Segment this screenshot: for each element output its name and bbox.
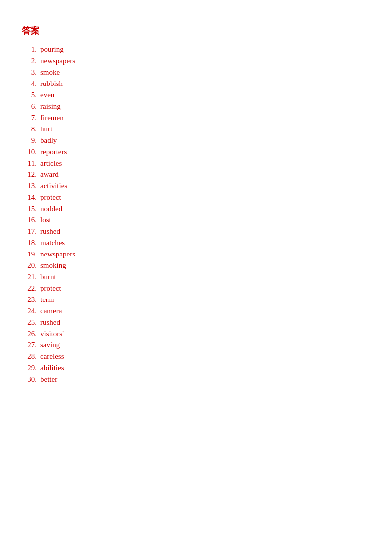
answer-word: newspapers (40, 57, 75, 65)
answer-word: award (40, 171, 59, 179)
list-item: 26.visitors' (22, 330, 370, 338)
answer-word: even (40, 91, 54, 99)
answer-word: burnt (40, 273, 56, 281)
list-item: 3.smoke (22, 68, 370, 77)
answer-word: smoke (40, 68, 60, 77)
answer-number: 8. (22, 125, 40, 133)
answer-word: firemen (40, 114, 64, 122)
answer-number: 1. (22, 45, 40, 54)
list-item: 20.smoking (22, 261, 370, 270)
answer-number: 3. (22, 68, 40, 77)
answer-number: 20. (22, 261, 40, 270)
answer-number: 14. (22, 193, 40, 202)
list-item: 15.nodded (22, 205, 370, 213)
list-item: 22.protect (22, 284, 370, 293)
answer-word: newspapers (40, 250, 75, 258)
answer-word: raising (40, 102, 61, 111)
answer-number: 9. (22, 136, 40, 145)
answer-number: 21. (22, 273, 40, 281)
answer-word: articles (40, 159, 62, 168)
answer-word: protect (40, 284, 61, 293)
list-item: 6.raising (22, 102, 370, 111)
list-item: 18.matches (22, 239, 370, 247)
list-item: 1.pouring (22, 45, 370, 54)
list-item: 7.firemen (22, 114, 370, 122)
answer-number: 18. (22, 239, 40, 247)
answer-number: 29. (22, 364, 40, 372)
answer-word: abilities (40, 364, 64, 372)
answer-word: term (40, 296, 54, 304)
list-item: 17.rushed (22, 227, 370, 236)
answer-word: reporters (40, 148, 67, 156)
answer-word: matches (40, 239, 65, 247)
list-item: 2.newspapers (22, 57, 370, 65)
answer-word: activities (40, 182, 67, 190)
answer-word: badly (40, 136, 57, 145)
answer-word: protect (40, 193, 61, 202)
answer-word: camera (40, 307, 62, 315)
page-title: 答案 (22, 25, 370, 37)
list-item: 5.even (22, 91, 370, 99)
answer-number: 28. (22, 352, 40, 361)
list-item: 28.careless (22, 352, 370, 361)
list-item: 13.activities (22, 182, 370, 190)
answer-number: 16. (22, 216, 40, 224)
answer-number: 19. (22, 250, 40, 258)
list-item: 4.rubbish (22, 80, 370, 88)
answer-number: 12. (22, 171, 40, 179)
list-item: 24.camera (22, 307, 370, 315)
answer-word: better (40, 375, 57, 384)
answer-word: nodded (40, 205, 62, 213)
list-item: 27.saving (22, 341, 370, 349)
answer-word: visitors' (40, 330, 64, 338)
list-item: 23.term (22, 296, 370, 304)
list-item: 16.lost (22, 216, 370, 224)
answer-number: 5. (22, 91, 40, 99)
list-item: 14.protect (22, 193, 370, 202)
answer-word: rubbish (40, 80, 63, 88)
answer-number: 13. (22, 182, 40, 190)
answer-number: 15. (22, 205, 40, 213)
list-item: 19.newspapers (22, 250, 370, 258)
answer-word: saving (40, 341, 60, 349)
answer-number: 25. (22, 318, 40, 327)
list-item: 10.reporters (22, 148, 370, 156)
answer-list: 1.pouring2.newspapers3.smoke4.rubbish5.e… (22, 45, 370, 384)
answer-word: hurt (40, 125, 52, 133)
answer-number: 30. (22, 375, 40, 384)
answer-word: lost (40, 216, 51, 224)
answer-number: 23. (22, 296, 40, 304)
answer-word: rushed (40, 227, 60, 236)
list-item: 21.burnt (22, 273, 370, 281)
answer-word: careless (40, 352, 64, 361)
list-item: 12.award (22, 171, 370, 179)
list-item: 8.hurt (22, 125, 370, 133)
answer-number: 11. (22, 159, 40, 168)
list-item: 9.badly (22, 136, 370, 145)
answer-number: 7. (22, 114, 40, 122)
list-item: 29.abilities (22, 364, 370, 372)
answer-number: 10. (22, 148, 40, 156)
answer-number: 26. (22, 330, 40, 338)
answer-number: 17. (22, 227, 40, 236)
answer-number: 4. (22, 80, 40, 88)
answer-number: 27. (22, 341, 40, 349)
answer-number: 22. (22, 284, 40, 293)
list-item: 25.rushed (22, 318, 370, 327)
answer-number: 6. (22, 102, 40, 111)
list-item: 11.articles (22, 159, 370, 168)
answer-word: pouring (40, 45, 64, 54)
answer-word: rushed (40, 318, 60, 327)
list-item: 30.better (22, 375, 370, 384)
answer-word: smoking (40, 261, 66, 270)
answer-number: 24. (22, 307, 40, 315)
answer-number: 2. (22, 57, 40, 65)
